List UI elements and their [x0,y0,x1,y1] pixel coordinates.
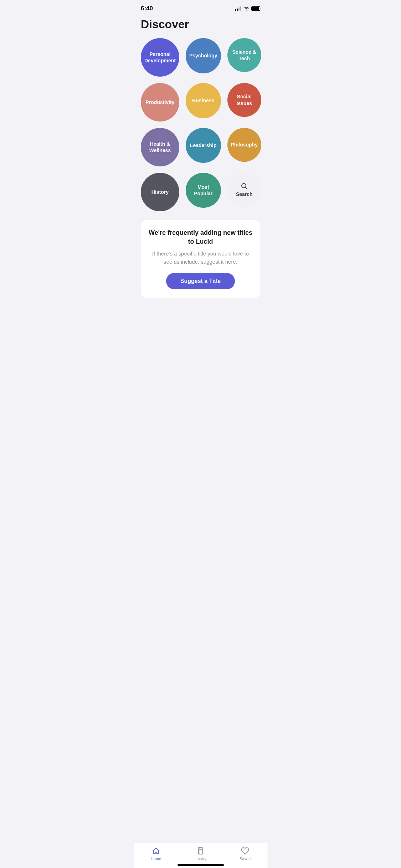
category-business[interactable]: Business [186,83,221,118]
category-label: Health &Wellness [149,141,171,154]
suggest-title-button[interactable]: Suggest a Title [166,273,235,289]
signal-icon [235,6,241,11]
search-icon [240,182,248,190]
category-leadership[interactable]: Leadership [186,128,221,163]
category-grid: PersonalDevelopment Psychology Science &… [141,38,260,211]
category-label: Business [192,97,214,104]
page-title: Discover [141,18,260,31]
suggest-card: We're frequently adding new titles to Lu… [141,220,260,298]
category-search[interactable]: Search [227,173,261,207]
category-philosophy[interactable]: Philosophy [227,128,261,162]
status-time: 6:40 [141,5,153,12]
category-psychology[interactable]: Psychology [186,38,221,73]
category-label: Productivity [146,99,175,105]
category-label: Most Popular [189,184,217,197]
svg-line-1 [246,187,247,189]
battery-icon [251,6,260,11]
wifi-icon [243,6,249,11]
category-social-issues[interactable]: Social Issues [227,83,261,117]
category-productivity[interactable]: Productivity [141,83,179,122]
category-science-tech[interactable]: Science &Tech [227,38,261,72]
suggest-card-title: We're frequently adding new titles to Lu… [148,228,253,246]
category-history[interactable]: History [141,173,179,211]
search-label: Search [236,191,253,197]
category-personal-development[interactable]: PersonalDevelopment [141,38,179,77]
category-label: Psychology [189,52,217,59]
page-content: Discover PersonalDevelopment Psychology … [134,14,267,334]
suggest-card-description: If there's a specific title you would lo… [148,250,253,266]
category-label: PersonalDevelopment [144,51,176,64]
status-icons [235,6,260,11]
category-label: Philosophy [231,141,258,148]
status-bar: 6:40 [134,0,267,14]
category-label: Leadership [190,142,217,149]
category-label: History [151,189,169,195]
category-health-wellness[interactable]: Health &Wellness [141,128,179,166]
category-label: Social Issues [231,93,258,106]
category-label: Science &Tech [232,49,256,62]
category-most-popular[interactable]: Most Popular [186,173,221,208]
